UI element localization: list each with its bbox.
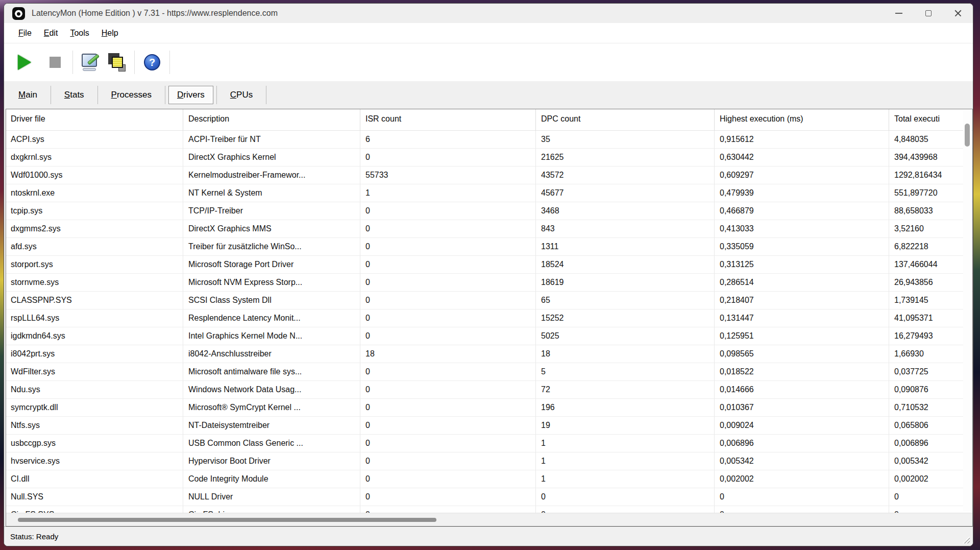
tab-stats[interactable]: Stats (54, 86, 94, 104)
horizontal-scrollbar-thumb[interactable] (18, 518, 436, 522)
status-text: Status: Ready (10, 532, 58, 541)
cell-dpc: 45677 (535, 184, 714, 202)
cell-highest: 0,630442 (714, 149, 889, 166)
cell-highest: 0,609297 (714, 166, 889, 184)
cell-total: 0 (889, 506, 972, 513)
cell-total: 551,897720 (889, 184, 972, 202)
menu-item-help[interactable]: Help (95, 29, 125, 38)
cell-desc: SCSI Class System Dll (183, 292, 360, 309)
column-header-5[interactable]: Total executi (889, 109, 972, 131)
column-header-2[interactable]: ISR count (360, 109, 535, 131)
menu-item-edit[interactable]: Edit (38, 29, 64, 38)
table-row[interactable]: ACPI.sysACPI-Treiber für NT6350,9156124,… (6, 131, 972, 149)
latencymon-window: LatencyMon (Home Edition ) v 7.31 - http… (4, 3, 973, 546)
app-logo-icon (12, 7, 25, 20)
menu-item-file[interactable]: File (12, 29, 38, 38)
cell-total: 0 (889, 488, 972, 506)
cell-total: 394,439968 (889, 149, 972, 166)
table-row[interactable]: dxgkrnl.sysDirectX Graphics Kernel021625… (6, 149, 972, 166)
cell-isr: 0 (360, 488, 535, 506)
column-header-1[interactable]: Description (183, 109, 360, 131)
table-row[interactable]: CI.dllCode Integrity Module010,0020020,0… (6, 470, 972, 488)
cell-desc: Treiber für zusätzliche WinSo... (183, 238, 360, 256)
tab-drivers[interactable]: Drivers (168, 86, 213, 104)
cell-desc: Microsoft® SymCrypt Kernel ... (183, 399, 360, 417)
table-row[interactable]: igdkmdn64.sysIntel Graphics Kernel Mode … (6, 327, 972, 345)
cell-desc: CimFS driver (183, 506, 360, 513)
cell-dpc: 35 (535, 131, 714, 149)
cell-dpc: 18619 (535, 274, 714, 292)
help-button[interactable]: ? (139, 47, 165, 78)
windows-button[interactable] (104, 47, 130, 78)
screen-pen-icon (81, 54, 100, 71)
cell-total: 0,005342 (889, 452, 972, 470)
cell-desc: Resplendence Latency Monit... (183, 309, 360, 327)
table-row[interactable]: i8042prt.sysi8042-Anschlusstreiber18180,… (6, 345, 972, 363)
menu-item-tools[interactable]: Tools (64, 29, 95, 38)
table-row[interactable]: CimFS.SYSCimFS driver0000 (6, 506, 972, 513)
table-row[interactable]: usbccgp.sysUSB Common Class Generic ...0… (6, 435, 972, 452)
maximize-icon (925, 10, 932, 16)
cell-dpc: 1 (535, 435, 714, 452)
cell-isr: 0 (360, 220, 535, 238)
tab-main[interactable]: Main (8, 86, 47, 104)
cell-isr: 0 (360, 292, 535, 309)
cell-file: symcryptk.dll (6, 399, 183, 417)
column-header-4[interactable]: Highest execution (ms) (714, 109, 889, 131)
start-monitor-button[interactable] (11, 47, 38, 78)
column-header-0[interactable]: Driver file (6, 109, 183, 131)
cell-dpc: 0 (535, 488, 714, 506)
tab-cpus[interactable]: CPUs (220, 86, 263, 104)
cell-isr: 0 (360, 399, 535, 417)
table-row[interactable]: tcpip.sysTCP/IP-Treiber034680,46687988,6… (6, 202, 972, 220)
cell-dpc: 0 (535, 506, 714, 513)
cell-desc: Kernelmodustreiber-Framewor... (183, 166, 360, 184)
table-row[interactable]: rspLLL64.sysResplendence Latency Monit..… (6, 309, 972, 327)
table-row[interactable]: ntoskrnl.exeNT Kernel & System1456770,47… (6, 184, 972, 202)
vertical-scrollbar-thumb[interactable] (965, 124, 970, 147)
cell-isr: 18 (360, 345, 535, 363)
cell-file: igdkmdn64.sys (6, 327, 183, 345)
cell-file: Ndu.sys (6, 381, 183, 399)
cell-total: 4,848035 (889, 131, 972, 149)
report-button[interactable] (77, 47, 104, 78)
table-row[interactable]: symcryptk.dllMicrosoft® SymCrypt Kernel … (6, 399, 972, 417)
cell-highest: 0,125951 (714, 327, 889, 345)
resize-grip-icon[interactable] (963, 536, 970, 543)
table-row[interactable]: Ndu.sysWindows Network Data Usag...0720,… (6, 381, 972, 399)
tab-separator (266, 86, 266, 104)
table-row[interactable]: hvservice.sysHypervisor Boot Driver010,0… (6, 452, 972, 470)
table-row[interactable]: Ntfs.sysNT-Dateisystemtreiber0190,009024… (6, 417, 972, 435)
cell-dpc: 18524 (535, 256, 714, 274)
table-row[interactable]: WdFilter.sysMicrosoft antimalware file s… (6, 363, 972, 381)
column-header-3[interactable]: DPC count (535, 109, 714, 131)
vertical-scrollbar[interactable] (963, 110, 971, 512)
horizontal-scrollbar[interactable] (6, 513, 972, 526)
cell-dpc: 18 (535, 345, 714, 363)
table-row[interactable]: CLASSPNP.SYSSCSI Class System Dll0650,21… (6, 292, 972, 309)
play-icon (18, 55, 31, 70)
stop-monitor-button[interactable] (42, 47, 68, 78)
table-row[interactable]: afd.sysTreiber für zusätzliche WinSo...0… (6, 238, 972, 256)
cell-total: 0,710532 (889, 399, 972, 417)
stop-icon (50, 57, 61, 68)
table-row[interactable]: storport.sysMicrosoft Storage Port Drive… (6, 256, 972, 274)
cell-isr: 0 (360, 238, 535, 256)
cell-dpc: 1 (535, 470, 714, 488)
cell-dpc: 21625 (535, 149, 714, 166)
tab-processes[interactable]: Processes (101, 86, 162, 104)
table-row[interactable]: dxgmms2.sysDirectX Graphics MMS08430,413… (6, 220, 972, 238)
table-row[interactable]: Wdf01000.sysKernelmodustreiber-Framewor.… (6, 166, 972, 184)
cell-dpc: 843 (535, 220, 714, 238)
layered-windows-icon (107, 53, 127, 71)
cell-isr: 55733 (360, 166, 535, 184)
minimize-button[interactable] (884, 4, 914, 23)
cell-isr: 6 (360, 131, 535, 149)
cell-highest: 0,006896 (714, 435, 889, 452)
table-row[interactable]: stornvme.sysMicrosoft NVM Express Storp.… (6, 274, 972, 292)
cell-file: Wdf01000.sys (6, 166, 183, 184)
maximize-button[interactable] (914, 4, 943, 23)
close-button[interactable] (943, 4, 973, 23)
table-row[interactable]: Null.SYSNULL Driver0000 (6, 488, 972, 506)
tab-strip: MainStatsProcessesDriversCPUs (4, 81, 973, 109)
